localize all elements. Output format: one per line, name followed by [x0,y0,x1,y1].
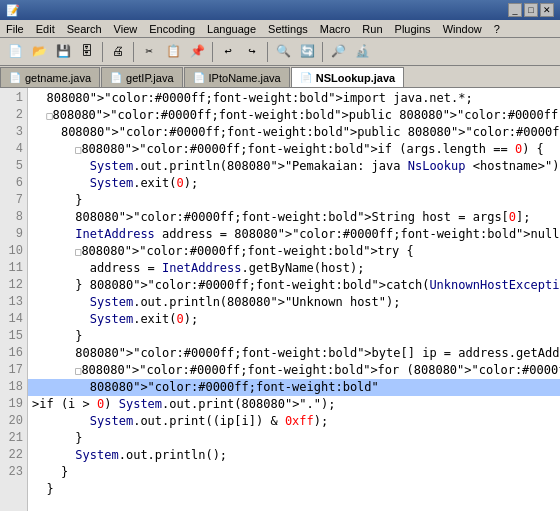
menu-item-view[interactable]: View [108,22,144,36]
redo-button[interactable]: ↪ [241,41,263,63]
menu-item-macro[interactable]: Macro [314,22,357,36]
open-button[interactable]: 📂 [28,41,50,63]
undo-button[interactable]: ↩ [217,41,239,63]
code-line-3: 808080">"color:#0000ff;font-weight:bold"… [32,124,556,141]
line-number-9: 9 [4,226,23,243]
copy-button[interactable]: 📋 [162,41,184,63]
title-bar-left: 📝 [6,4,24,17]
tab-getname-java[interactable]: 📄getname.java [0,67,100,87]
save-button[interactable]: 💾 [52,41,74,63]
save-all-button[interactable]: 🗄 [76,41,98,63]
menu-item-search[interactable]: Search [61,22,108,36]
menu-item-file[interactable]: File [0,22,30,36]
line-number-2: 2 [4,107,23,124]
menu-item-run[interactable]: Run [356,22,388,36]
code-content[interactable]: 808080">"color:#0000ff;font-weight:bold"… [28,88,560,511]
menu-item-settings[interactable]: Settings [262,22,314,36]
code-line-22: } [32,464,556,481]
line-number-10: 10 [4,243,23,260]
line-number-6: 6 [4,175,23,192]
code-line-10: □808080">"color:#0000ff;font-weight:bold… [32,243,556,260]
code-line-6: System.exit(0); [32,175,556,192]
line-number-12: 12 [4,277,23,294]
code-line-15: } [32,328,556,345]
line-number-1: 1 [4,90,23,107]
line-number-20: 20 [4,413,23,430]
menu-item-?[interactable]: ? [488,22,506,36]
new-button[interactable]: 📄 [4,41,26,63]
close-button[interactable]: ✕ [540,3,554,17]
code-area: 1234567891011121314151617181920212223 80… [0,88,560,511]
tab-NSLookup-java[interactable]: 📄NSLookup.java [291,67,404,87]
maximize-button[interactable]: □ [524,3,538,17]
paste-button[interactable]: 📌 [186,41,208,63]
line-number-13: 13 [4,294,23,311]
code-line-5: System.out.println(808080">"Pemakaian: j… [32,158,556,175]
line-numbers: 1234567891011121314151617181920212223 [0,88,28,511]
find-button[interactable]: 🔍 [272,41,294,63]
code-line-13: System.out.println(808080">"Unknown host… [32,294,556,311]
tab-IPtoName-java[interactable]: 📄IPtoName.java [184,67,290,87]
line-number-17: 17 [4,362,23,379]
line-number-4: 4 [4,141,23,158]
file-icon: 📄 [110,72,122,83]
app-icon: 📝 [6,4,20,17]
file-icon: 📄 [193,72,205,83]
replace-button[interactable]: 🔄 [296,41,318,63]
code-line-1: 808080">"color:#0000ff;font-weight:bold"… [32,90,556,107]
code-line-23: } [32,481,556,498]
toolbar-sep-5 [322,42,323,62]
line-number-16: 16 [4,345,23,362]
line-number-5: 5 [4,158,23,175]
file-icon: 📄 [9,72,21,83]
code-line-20: } [32,430,556,447]
code-line-16: 808080">"color:#0000ff;font-weight:bold"… [32,345,556,362]
code-line-11: address = InetAddress.getByName(host); [32,260,556,277]
code-line-19: System.out.print((ip[i]) & 0xff); [32,413,556,430]
menu-item-language[interactable]: Language [201,22,262,36]
toolbar-sep-2 [133,42,134,62]
code-line-18: 808080">"color:#0000ff;font-weight:bold"… [32,379,556,413]
title-bar: 📝 _ □ ✕ [0,0,560,20]
cut-button[interactable]: ✂ [138,41,160,63]
menu-item-encoding[interactable]: Encoding [143,22,201,36]
menu-item-window[interactable]: Window [437,22,488,36]
line-number-22: 22 [4,447,23,464]
toolbar-sep-3 [212,42,213,62]
toolbar: 📄 📂 💾 🗄 🖨 ✂ 📋 📌 ↩ ↪ 🔍 🔄 🔎 🔬 [0,38,560,66]
line-number-15: 15 [4,328,23,345]
line-number-14: 14 [4,311,23,328]
code-line-17: □808080">"color:#0000ff;font-weight:bold… [32,362,556,379]
line-number-19: 19 [4,396,23,413]
code-line-14: System.exit(0); [32,311,556,328]
minimize-button[interactable]: _ [508,3,522,17]
code-line-8: 808080">"color:#0000ff;font-weight:bold"… [32,209,556,226]
line-number-7: 7 [4,192,23,209]
code-line-4: □808080">"color:#0000ff;font-weight:bold… [32,141,556,158]
code-line-21: System.out.println(); [32,447,556,464]
zoom-out-button[interactable]: 🔬 [351,41,373,63]
menu-item-plugins[interactable]: Plugins [389,22,437,36]
line-number-3: 3 [4,124,23,141]
tabs-bar: 📄getname.java📄getIP.java📄IPtoName.java📄N… [0,66,560,88]
code-line-12: } 808080">"color:#0000ff;font-weight:bol… [32,277,556,294]
zoom-in-button[interactable]: 🔎 [327,41,349,63]
menu-bar: FileEditSearchViewEncodingLanguageSettin… [0,20,560,38]
print-button[interactable]: 🖨 [107,41,129,63]
line-number-11: 11 [4,260,23,277]
line-number-8: 8 [4,209,23,226]
menu-item-edit[interactable]: Edit [30,22,61,36]
code-line-2: □808080">"color:#0000ff;font-weight:bold… [32,107,556,124]
file-icon: 📄 [300,72,312,83]
tab-getIP-java[interactable]: 📄getIP.java [101,67,183,87]
code-line-7: } [32,192,556,209]
line-number-18: 18 [4,379,23,396]
toolbar-sep-4 [267,42,268,62]
title-bar-controls: _ □ ✕ [508,3,554,17]
line-number-23: 23 [4,464,23,481]
line-number-21: 21 [4,430,23,447]
code-line-9: InetAddress address = 808080">"color:#00… [32,226,556,243]
toolbar-sep-1 [102,42,103,62]
